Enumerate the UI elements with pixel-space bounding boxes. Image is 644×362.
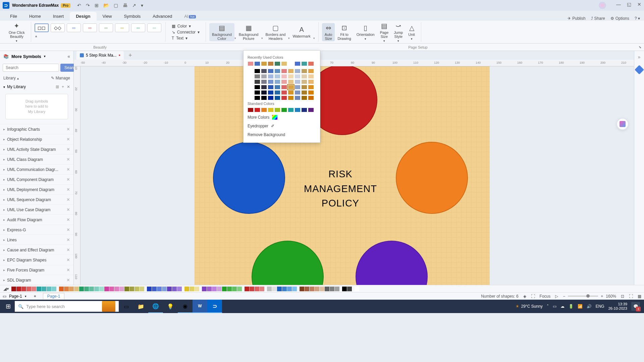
category-close-icon[interactable]: ✕ bbox=[66, 147, 70, 152]
colorstrip-swatch[interactable] bbox=[237, 287, 242, 291]
colorstrip-swatch[interactable] bbox=[124, 287, 129, 291]
color-swatch[interactable] bbox=[274, 79, 280, 84]
category-close-icon[interactable]: ✕ bbox=[66, 227, 70, 232]
category-item[interactable]: ▸Infographic Charts✕ bbox=[0, 124, 73, 134]
category-item[interactable]: ▸UML Component Diagram✕ bbox=[0, 174, 73, 184]
colorstrip-swatch[interactable] bbox=[79, 287, 84, 291]
color-swatch[interactable] bbox=[248, 96, 254, 100]
beautify-preset-2[interactable]: ◇◇ bbox=[51, 23, 65, 32]
colorstrip-swatch[interactable] bbox=[300, 287, 304, 291]
eyedropper-button[interactable]: Eyedropper✐ bbox=[248, 122, 316, 130]
close-button[interactable]: ✕ bbox=[637, 2, 641, 9]
color-swatch[interactable] bbox=[281, 69, 287, 73]
add-page-button[interactable]: + bbox=[34, 294, 36, 299]
colorstrip-swatch[interactable] bbox=[320, 287, 324, 291]
page-menu-label[interactable]: Page-1 bbox=[9, 294, 22, 299]
colorstrip-swatch[interactable] bbox=[172, 287, 177, 291]
color-swatch[interactable] bbox=[308, 108, 314, 112]
page-size-button[interactable]: ▤Page Size▾ bbox=[377, 21, 391, 43]
color-swatch[interactable] bbox=[261, 90, 267, 95]
colorstrip-swatch[interactable] bbox=[182, 287, 184, 291]
beautify-scroll-up[interactable]: ▲ bbox=[35, 34, 38, 38]
color-swatch[interactable] bbox=[301, 61, 307, 66]
colorstrip-swatch[interactable] bbox=[315, 287, 319, 291]
colorstrip-swatch[interactable] bbox=[114, 287, 119, 291]
watermark-dropdown-arrow[interactable]: ▾ bbox=[313, 37, 315, 40]
category-item[interactable]: ▸EPC Diagram Shapes✕ bbox=[0, 255, 73, 265]
publish-button[interactable]: ✈ Publish bbox=[568, 16, 585, 21]
color-swatch[interactable] bbox=[274, 69, 280, 73]
color-swatch[interactable] bbox=[308, 85, 314, 89]
orientation-button[interactable]: ▯Orientation▾ bbox=[354, 23, 377, 41]
colorstrip-swatch[interactable] bbox=[232, 287, 237, 291]
zoom-in-button[interactable]: + bbox=[601, 294, 603, 299]
colorstrip-swatch[interactable] bbox=[355, 287, 359, 291]
colorstrip-swatch[interactable] bbox=[242, 287, 244, 291]
color-swatch[interactable] bbox=[254, 74, 260, 79]
color-swatch[interactable] bbox=[268, 90, 274, 95]
edge-icon[interactable]: 🌐 bbox=[148, 300, 163, 313]
battery-icon[interactable]: 🔋 bbox=[569, 304, 574, 309]
color-swatch[interactable] bbox=[288, 79, 294, 84]
colorstrip-swatch[interactable] bbox=[325, 287, 329, 291]
color-swatch[interactable] bbox=[294, 90, 301, 95]
colorstrip-swatch[interactable] bbox=[265, 287, 267, 291]
undo-button[interactable]: ↶ bbox=[77, 3, 81, 8]
print-button[interactable]: 🖶 bbox=[123, 3, 127, 8]
colorstrip-swatch[interactable] bbox=[99, 287, 104, 291]
color-swatch[interactable] bbox=[268, 96, 274, 100]
colorstrip-swatch[interactable] bbox=[305, 287, 309, 291]
mylib-close-button[interactable]: ✕ bbox=[67, 84, 70, 89]
category-close-icon[interactable]: ✕ bbox=[66, 217, 70, 222]
category-item[interactable]: ▸Cause and Effect Diagram✕ bbox=[0, 245, 73, 255]
ai-assistant-button[interactable] bbox=[616, 118, 629, 130]
category-close-icon[interactable]: ✕ bbox=[66, 167, 70, 172]
color-swatch[interactable] bbox=[248, 108, 254, 112]
tab-insert[interactable]: Insert bbox=[47, 12, 70, 21]
category-item[interactable]: ▸UML Communication Diagr...✕ bbox=[0, 164, 73, 174]
page-tab-1[interactable]: Page-1 bbox=[43, 293, 65, 299]
category-close-icon[interactable]: ✕ bbox=[66, 237, 70, 242]
category-close-icon[interactable]: ✕ bbox=[66, 257, 70, 262]
borders-headers-button[interactable]: ▢Borders and Headers bbox=[263, 23, 288, 41]
category-item[interactable]: ▸Five Forces Diagram✕ bbox=[0, 265, 73, 275]
beautify-preset-5[interactable]: ▫▫ bbox=[99, 23, 113, 32]
color-swatch[interactable] bbox=[254, 108, 260, 112]
colorstrip-swatch[interactable] bbox=[21, 287, 26, 291]
colorstrip-swatch[interactable] bbox=[202, 287, 207, 291]
focus-mode[interactable]: Focus bbox=[540, 294, 551, 299]
color-swatch[interactable] bbox=[261, 85, 267, 89]
new-button[interactable]: ⊞ bbox=[95, 3, 99, 8]
category-item[interactable]: ▸Audit Flow Diagram✕ bbox=[0, 215, 73, 225]
color-swatch[interactable] bbox=[268, 85, 274, 89]
colorstrip-swatch[interactable] bbox=[157, 287, 162, 291]
tab-advanced[interactable]: Advanced bbox=[147, 12, 178, 21]
page-list-icon[interactable]: ▭ bbox=[3, 294, 6, 299]
category-item[interactable]: ▸UML Class Diagram✕ bbox=[0, 154, 73, 164]
colorstrip-swatch[interactable] bbox=[227, 287, 232, 291]
volume-icon[interactable]: 🔊 bbox=[587, 304, 592, 309]
shape-purple-circle[interactable] bbox=[356, 241, 428, 285]
tab-symbols[interactable]: Symbols bbox=[118, 12, 147, 21]
color-swatch[interactable] bbox=[288, 85, 294, 89]
colorstrip-swatch[interactable] bbox=[119, 287, 124, 291]
center-text[interactable]: RISK MANAGEMENT POLICY bbox=[288, 167, 392, 211]
explorer-icon[interactable]: 📁 bbox=[133, 300, 148, 313]
mylib-plus-button[interactable]: + bbox=[62, 84, 64, 89]
colorstrip-swatch[interactable] bbox=[129, 287, 134, 291]
colorstrip-swatch[interactable] bbox=[47, 287, 51, 291]
export-button[interactable]: ↗ bbox=[132, 3, 136, 8]
page[interactable]: RISK MANAGEMENT POLICY bbox=[195, 66, 490, 285]
connector-dropdown[interactable]: ↘Connector▾ bbox=[172, 30, 200, 35]
colorstrip-swatch[interactable] bbox=[135, 287, 139, 291]
colorstrip-swatch[interactable] bbox=[330, 287, 334, 291]
color-swatch[interactable] bbox=[281, 85, 287, 89]
colorstrip-swatch[interactable] bbox=[217, 287, 222, 291]
share-button[interactable]: ⤴ Share bbox=[591, 16, 605, 21]
color-swatch[interactable] bbox=[308, 69, 314, 73]
more-colors-button[interactable]: More Colors bbox=[248, 113, 316, 122]
color-swatch[interactable] bbox=[261, 108, 267, 112]
color-swatch[interactable] bbox=[281, 79, 287, 84]
color-swatch[interactable] bbox=[274, 61, 280, 66]
color-swatch[interactable] bbox=[301, 108, 307, 112]
